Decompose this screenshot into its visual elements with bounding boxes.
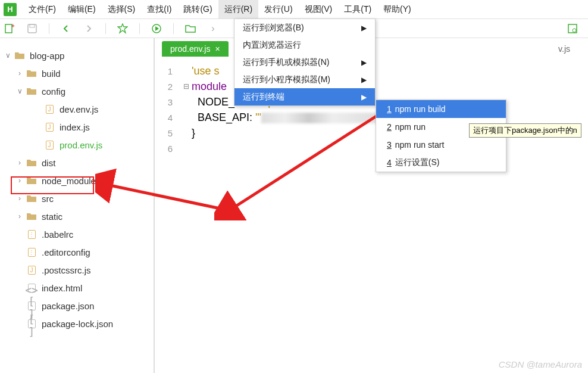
preview-icon[interactable] — [567, 23, 578, 35]
tree-file[interactable]: J.postcssrc.js — [0, 261, 154, 279]
dropdown-item[interactable]: 运行到手机或模拟器(N)▶ — [234, 54, 375, 71]
submenu-item[interactable]: 1npm run build — [376, 100, 506, 118]
tree-label: dist — [42, 158, 55, 168]
file-icon: J — [44, 122, 55, 132]
folder-icon — [26, 157, 37, 168]
svg-text:+: + — [11, 23, 15, 29]
watermark: CSDN @tameAurora — [499, 359, 582, 369]
open-folder-icon[interactable] — [184, 23, 196, 35]
submenu-item[interactable]: 4运行设置(S) — [376, 154, 506, 172]
folder-icon — [26, 68, 37, 79]
svg-point-6 — [573, 29, 576, 32]
dropdown-item[interactable]: 运行到小程序模拟器(M)▶ — [234, 71, 375, 88]
folder-icon — [26, 193, 37, 204]
svg-rect-2 — [28, 24, 36, 33]
folder-icon — [14, 50, 25, 61]
tree-label: package.json — [42, 301, 94, 311]
run-menu-dropdown: 运行到浏览器(B)▶内置浏览器运行运行到手机或模拟器(N)▶运行到小程序模拟器(… — [234, 18, 376, 106]
dropdown-item[interactable]: 内置浏览器运行 — [234, 36, 375, 54]
chevron-right-icon: ▶ — [361, 76, 367, 84]
toolbar-divider — [139, 23, 140, 34]
menu-view[interactable]: 视图(V) — [299, 0, 339, 18]
run-icon[interactable] — [151, 23, 162, 35]
tree-file[interactable]: ⋮.editorconfig — [0, 243, 154, 261]
tree-label: .postcssrc.js — [42, 265, 91, 275]
toolbar-divider — [173, 23, 174, 34]
menu-find[interactable]: 查找(I) — [141, 0, 177, 18]
annotation-arrow-2 — [214, 107, 393, 220]
chevron-right-icon: ▶ — [361, 58, 367, 67]
menu-publish[interactable]: 发行(U) — [258, 0, 298, 18]
svg-line-7 — [107, 185, 220, 209]
tree-file[interactable]: [ ]package.json — [0, 297, 154, 315]
close-tab-icon[interactable]: × — [215, 44, 220, 54]
tree-label: .babelrc — [42, 229, 73, 240]
tree-label: dev.env.js — [60, 104, 98, 114]
forward-icon[interactable] — [83, 23, 95, 35]
tree-file[interactable]: [ ]package-lock.json — [0, 315, 154, 332]
tree-label: .editorconfig — [42, 247, 90, 257]
file-icon: J — [44, 139, 55, 150]
annotation-arrow-1 — [95, 131, 226, 215]
file-icon: J — [26, 265, 37, 275]
tree-label: build — [42, 69, 61, 79]
tree-folder[interactable]: ∨blog-app — [0, 46, 154, 64]
file-icon: ⋮ — [26, 247, 37, 257]
tree-label: index.js — [60, 122, 90, 132]
file-icon: [ ] — [26, 300, 37, 311]
save-icon[interactable] — [26, 23, 38, 35]
toolbar-divider — [105, 23, 106, 34]
chevron-right-icon: ▶ — [361, 24, 367, 32]
tree-label: index.html — [42, 283, 82, 293]
tree-label: static — [42, 212, 62, 222]
tree-label: blog-app — [30, 51, 64, 61]
new-file-icon[interactable]: + — [4, 23, 15, 35]
tree-file[interactable]: <>index.html — [0, 279, 154, 297]
tooltip: 运行项目下package.json中的n — [469, 123, 581, 138]
annotation-box-dist — [11, 176, 94, 194]
folder-icon — [26, 211, 37, 222]
file-icon: ⋮ — [26, 229, 37, 240]
tree-label: config — [42, 86, 65, 97]
file-icon: <> — [26, 282, 37, 293]
folder-icon — [26, 86, 37, 97]
dropdown-item[interactable]: 运行到终端▶ — [234, 88, 375, 105]
tree-file[interactable]: Jdev.env.js — [0, 100, 154, 118]
tree-file[interactable]: ⋮.babelrc — [0, 225, 154, 243]
tree-folder[interactable]: ∨config — [0, 82, 154, 100]
tree-label: src — [42, 194, 54, 204]
star-icon[interactable] — [117, 23, 129, 35]
menu-goto[interactable]: 跳转(G) — [177, 0, 218, 18]
breadcrumb-arrow-icon: › — [207, 23, 219, 35]
file-icon: [ ] — [26, 318, 37, 329]
menu-edit[interactable]: 编辑(E) — [62, 0, 102, 18]
menu-file[interactable]: 文件(F) — [23, 0, 62, 18]
tab-label: prod.env.js — [170, 44, 210, 54]
chevron-right-icon: ▶ — [361, 93, 367, 101]
dropdown-item[interactable]: 运行到浏览器(B)▶ — [234, 19, 375, 36]
menu-tools[interactable]: 工具(T) — [338, 0, 377, 18]
tree-label: package-lock.json — [42, 319, 113, 329]
menu-help[interactable]: 帮助(Y) — [377, 0, 417, 18]
menu-select[interactable]: 选择(S) — [102, 0, 142, 18]
svg-line-8 — [232, 113, 381, 209]
app-logo: H — [4, 3, 17, 16]
file-icon: J — [44, 104, 55, 114]
menubar: H 文件(F) 编辑(E) 选择(S) 查找(I) 跳转(G) 运行(R) 发行… — [0, 0, 588, 19]
tab-active[interactable]: prod.env.js × — [162, 41, 229, 57]
toolbar-divider — [49, 23, 49, 34]
back-icon[interactable] — [60, 23, 72, 35]
menu-run[interactable]: 运行(R) — [218, 0, 258, 18]
submenu-item[interactable]: 3npm run start — [376, 136, 506, 154]
tree-folder[interactable]: ›build — [0, 64, 154, 82]
tab-other[interactable]: v.js — [558, 44, 588, 54]
